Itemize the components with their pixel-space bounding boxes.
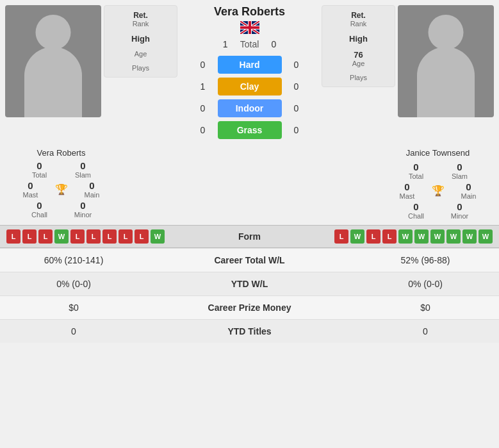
stats-row: 0% (0-0) YTD W/L 0% (0-0) [0,272,499,295]
stats-row: 60% (210-141) Career Total W/L 52% (96-8… [0,248,499,272]
player1-minor-value: 0 [80,200,85,211]
player2-minor-value: 0 [457,201,462,212]
indoor-row: 0 Indoor 0 [183,99,316,117]
player1-name-top: Vera Roberts [214,5,285,19]
player2-middle-panel: Ret. Rank High 76 Age Plays [322,5,395,87]
player2-total-stat: 0 Total [397,162,436,180]
player2-info: Janice Townsend 0 Total 0 Slam 0 Mast 🏆 [382,148,494,220]
player1-minor-label: Minor [74,211,92,219]
player1-name: Vera Roberts [37,148,86,158]
player2-trophy-icon: 🏆 [432,185,445,197]
player1-minor-stat: 0 Minor [64,200,102,219]
form-badge: W [151,229,165,244]
player2-total-label: Total [409,172,423,180]
player1-high-value: High [131,34,150,44]
stats-row: $0 Career Prize Money $0 [0,295,499,319]
top-player-section: Ret. Rank High Age Plays Vera Roberts [0,0,499,148]
player1-total-value: 0 [37,160,42,171]
total-row: 1 Total 0 [216,39,284,49]
player1-silhouette [5,5,101,117]
form-badge: L [38,229,53,244]
indoor-left: 0 [193,103,213,113]
player2-plays-label: Plays [350,74,367,81]
clay-right: 0 [287,81,306,92]
hard-left: 0 [193,60,213,70]
stats-right-val: 0% (0-0) [361,279,489,289]
total-label: Total [240,39,259,49]
player1-middle-panel: Ret. Rank High Age Plays [104,5,177,78]
form-section: LLLWLLLLLW Form LWLLWWWWWW [0,225,499,248]
player2-slam-stat: 0 Slam [441,162,479,180]
stats-center-label: Career Prize Money [186,303,314,313]
form-badge: L [86,229,101,244]
player1-form-badges: LLLWLLLLLW [6,229,165,244]
stats-left-val: $0 [10,303,138,313]
player1-stats-row1: 0 Total 0 Slam [20,160,102,179]
player2-main-label: Main [461,192,477,200]
player1-total-stat: 0 Total [20,160,59,179]
form-badge: W [350,229,364,244]
player2-slam-value: 0 [457,162,462,172]
player1-plays: Plays [132,64,149,72]
form-badge: L [334,229,348,244]
left-player-area: Ret. Rank High Age Plays [5,5,177,117]
player2-high-value: High [349,34,368,44]
form-badge: L [22,229,37,244]
player2-stats-row1: 0 Total 0 Slam [397,162,479,180]
clay-left: 1 [193,81,213,92]
player1-chall-label: Chall [31,211,47,219]
stats-center-label: YTD Titles [186,326,314,336]
player2-main-value: 0 [466,181,471,192]
player1-age-label: Age [135,50,147,58]
indoor-button[interactable]: Indoor [218,99,282,117]
player2-form-badges: LWLLWWWWWW [334,229,493,244]
player2-mast-label: Mast [400,192,415,200]
form-badge: L [366,229,380,244]
grass-button[interactable]: Grass [218,121,282,139]
form-badge: L [382,229,397,244]
center-spacer [117,148,382,220]
player1-main-value: 0 [89,180,94,191]
stats-left-val: 60% (210-141) [10,255,138,265]
indoor-right: 0 [287,103,306,113]
total-left: 1 [216,39,235,49]
hard-button[interactable]: Hard [218,56,282,74]
clay-button[interactable]: Clay [218,78,282,95]
stats-right-val: 0 [361,326,489,336]
player1-main-stat: 0 Main [73,180,111,199]
right-player-area: Ret. Rank High 76 Age Plays [322,5,494,117]
player1-stats-row2: 0 Mast 🏆 0 Main [12,180,111,199]
player2-photo [398,5,494,117]
player2-rank-section: Ret. Rank [350,11,367,28]
player2-slam-label: Slam [452,172,468,180]
player1-mast-label: Mast [23,191,38,199]
grass-right: 0 [287,125,306,135]
hard-right: 0 [287,60,306,70]
player2-mast-value: 0 [404,181,409,192]
player1-chall-value: 0 [37,200,42,211]
player2-high: High [349,34,368,44]
player2-minor-label: Minor [451,212,469,220]
form-label: Form [218,231,282,242]
player1-slam-stat: 0 Slam [64,160,102,179]
player1-high: High [131,34,150,44]
player2-rank-label: Ret. [351,11,366,20]
grass-row: 0 Grass 0 [183,121,316,139]
form-badge: W [414,229,429,244]
player1-rank-sublabel: Rank [133,20,149,28]
stats-table: 60% (210-141) Career Total W/L 52% (96-8… [0,248,499,343]
stats-right-val: $0 [361,303,489,313]
main-container: Ret. Rank High Age Plays Vera Roberts [0,0,499,343]
player2-age: 76 Age [352,50,365,67]
player1-chall-stat: 0 Chall [20,200,59,219]
player2-chall-stat: 0 Chall [397,201,436,220]
form-badge: L [6,229,20,244]
form-badge: L [135,229,149,244]
player2-name: Janice Townsend [406,148,470,158]
total-right: 0 [264,39,283,49]
player2-age-label-text: Age [352,60,365,67]
player2-chall-label: Chall [408,212,424,220]
hard-row: 0 Hard 0 [183,56,316,74]
form-badge: W [54,229,69,244]
player2-stats-row3: 0 Chall 0 Minor [397,201,479,220]
